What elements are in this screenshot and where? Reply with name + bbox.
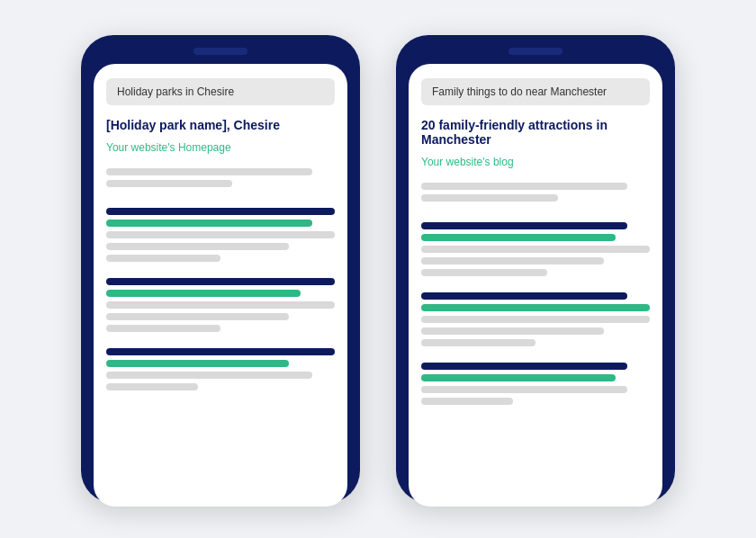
- line-dark: [106, 348, 335, 355]
- phone-1: Holiday parks in Chesire [Holiday park n…: [81, 35, 360, 503]
- line-green: [421, 374, 616, 381]
- line: [421, 339, 536, 346]
- search-bar-2[interactable]: Family things to do near Manchester: [421, 78, 650, 105]
- result-block-1a: [106, 200, 335, 262]
- line: [106, 180, 232, 187]
- result-subtitle-2: Your website's blog: [421, 156, 650, 168]
- line: [421, 183, 627, 190]
- line: [106, 383, 198, 390]
- line-green: [106, 220, 312, 227]
- phone-screen-2: Family things to do near Manchester 20 f…: [409, 64, 662, 507]
- line-dark: [421, 363, 627, 370]
- line-green: [421, 234, 616, 241]
- line-dark: [421, 222, 627, 229]
- line: [106, 168, 312, 175]
- line: [106, 313, 289, 320]
- line: [421, 327, 604, 335]
- line-dark: [421, 292, 627, 300]
- result-title-1: [Holiday park name], Chesire: [106, 118, 335, 132]
- line-dark: [106, 208, 335, 215]
- phone-notch-2: [508, 48, 562, 55]
- line-green: [106, 360, 289, 367]
- meta-lines-2: [421, 183, 650, 202]
- result-block-1b: [106, 278, 335, 332]
- line: [421, 269, 547, 276]
- line: [106, 243, 289, 250]
- line: [421, 398, 513, 405]
- result-block-2c: [421, 363, 650, 405]
- meta-lines-1: [106, 168, 335, 187]
- line: [421, 386, 627, 393]
- line-dark: [106, 278, 335, 285]
- search-bar-1[interactable]: Holiday parks in Chesire: [106, 78, 335, 105]
- line: [106, 255, 220, 262]
- phone-notch-1: [194, 48, 248, 55]
- phone-screen-1: Holiday parks in Chesire [Holiday park n…: [94, 64, 347, 507]
- line: [421, 194, 558, 202]
- line: [421, 257, 604, 265]
- line: [421, 246, 650, 253]
- line: [106, 325, 220, 332]
- result-block-1c: [106, 348, 335, 390]
- main-container: Holiday parks in Chesire [Holiday park n…: [63, 17, 693, 521]
- result-subtitle-1: Your website's Homepage: [106, 141, 335, 154]
- line: [421, 316, 650, 323]
- line: [106, 231, 335, 238]
- line-green: [421, 304, 650, 311]
- line: [106, 372, 312, 379]
- line: [106, 301, 335, 309]
- result-title-2: 20 family-friendly attractions in Manche…: [421, 118, 650, 147]
- phone-2: Family things to do near Manchester 20 f…: [396, 35, 675, 503]
- result-block-2b: [421, 292, 650, 346]
- result-block-2a: [421, 214, 650, 276]
- line-green: [106, 290, 301, 297]
